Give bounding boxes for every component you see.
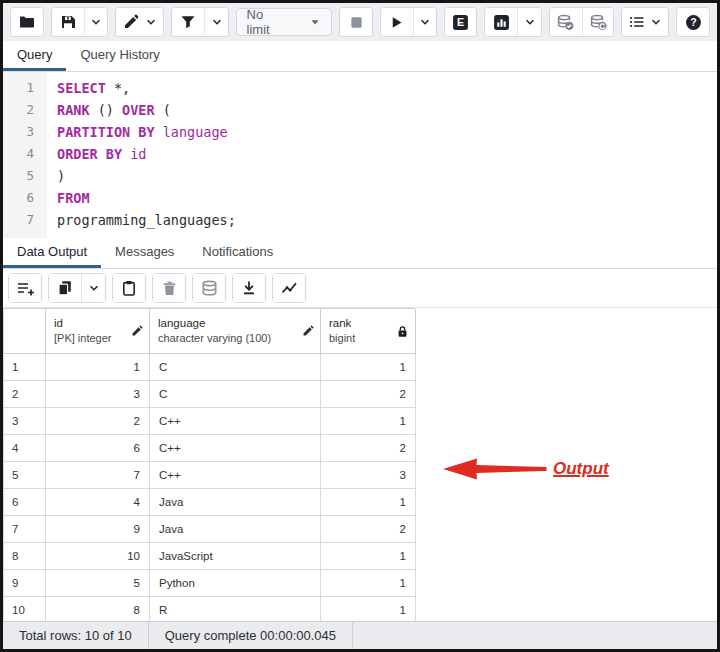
cell-language[interactable]: JavaScript (150, 543, 321, 570)
cell-id[interactable]: 3 (46, 381, 150, 408)
edit-dropdown-button[interactable] (116, 8, 163, 36)
save-data-changes-button[interactable] (193, 274, 225, 302)
row-selector[interactable]: 5 (4, 462, 46, 489)
paste-button[interactable] (113, 274, 145, 302)
cell-id[interactable]: 10 (46, 543, 150, 570)
cell-rank[interactable]: 2 (321, 435, 416, 462)
column-header-language[interactable]: languagecharacter varying (100) (150, 309, 321, 354)
cell-language[interactable]: Python (150, 570, 321, 597)
execute-options-dropdown[interactable] (413, 8, 437, 36)
tab-notifications[interactable]: Notifications (188, 238, 287, 268)
delete-row-button[interactable] (153, 274, 185, 302)
database-icon (201, 280, 218, 297)
code-line: RANK () OVER ( (57, 99, 717, 121)
macros-button[interactable] (622, 8, 668, 36)
filter-icon (180, 14, 196, 30)
cell-id[interactable]: 9 (46, 516, 150, 543)
folder-icon (19, 14, 35, 30)
row-selector[interactable]: 7 (4, 516, 46, 543)
svg-text:E: E (457, 16, 464, 28)
download-icon (241, 280, 257, 296)
cell-id[interactable]: 1 (46, 354, 150, 381)
select-all-header[interactable] (4, 309, 46, 354)
copy-options-dropdown[interactable] (81, 274, 105, 302)
cell-rank[interactable]: 1 (321, 597, 416, 621)
filter-button[interactable] (172, 8, 204, 36)
edit-pencil-icon[interactable] (131, 325, 143, 337)
cell-language[interactable]: R (150, 597, 321, 621)
code-line: SELECT *, (57, 77, 717, 99)
cell-language[interactable]: C (150, 381, 321, 408)
add-row-button[interactable] (9, 274, 41, 302)
play-icon (389, 15, 404, 30)
cell-language[interactable]: Java (150, 489, 321, 516)
tab-messages[interactable]: Messages (101, 238, 188, 268)
pencil-icon (123, 14, 139, 30)
stop-button[interactable] (340, 8, 372, 36)
cell-id[interactable]: 8 (46, 597, 150, 621)
output-annotation-label: Output (553, 459, 609, 479)
open-file-button[interactable] (11, 8, 43, 36)
save-icon (60, 14, 76, 30)
cell-id[interactable]: 5 (46, 570, 150, 597)
row-limit-value: No limit (247, 7, 289, 37)
graph-visualiser-button[interactable] (273, 274, 305, 302)
save-options-dropdown[interactable] (84, 8, 108, 36)
row-selector[interactable]: 1 (4, 354, 46, 381)
tab-query[interactable]: Query (3, 41, 66, 71)
commit-button[interactable] (550, 8, 582, 36)
cell-language[interactable]: C (150, 354, 321, 381)
download-results-button[interactable] (233, 274, 265, 302)
cell-language[interactable]: C++ (150, 408, 321, 435)
copy-icon (57, 280, 73, 296)
edit-pencil-icon[interactable] (302, 325, 314, 337)
column-header-id[interactable]: id[PK] integer (46, 309, 150, 354)
cell-rank[interactable]: 1 (321, 489, 416, 516)
row-selector[interactable]: 6 (4, 489, 46, 516)
cell-id[interactable]: 7 (46, 462, 150, 489)
explain-analyze-button[interactable] (485, 8, 517, 36)
rollback-button[interactable] (582, 8, 614, 36)
cell-rank[interactable]: 3 (321, 462, 416, 489)
sql-editor[interactable]: 12 34 56 7 SELECT *, RANK () OVER ( PART… (3, 72, 717, 238)
explain-button[interactable]: E (445, 8, 477, 36)
cell-rank[interactable]: 1 (321, 543, 416, 570)
column-header-rank[interactable]: rankbigint (321, 309, 416, 354)
row-selector[interactable]: 9 (4, 570, 46, 597)
chevron-down-icon (211, 16, 223, 28)
execute-button[interactable] (381, 8, 413, 36)
paste-icon (121, 280, 137, 296)
status-bar: Total rows: 10 of 10 Query complete 00:0… (3, 621, 717, 649)
cell-rank[interactable]: 1 (321, 408, 416, 435)
row-selector[interactable]: 3 (4, 408, 46, 435)
cell-rank[interactable]: 1 (321, 570, 416, 597)
row-limit-select[interactable]: No limit (236, 8, 332, 36)
sql-code[interactable]: SELECT *, RANK () OVER ( PARTITION BY la… (47, 72, 717, 238)
row-selector[interactable]: 4 (4, 435, 46, 462)
explain-analyze-icon (493, 14, 510, 31)
help-icon: ? (685, 14, 702, 31)
cell-id[interactable]: 2 (46, 408, 150, 435)
cell-rank[interactable]: 2 (321, 381, 416, 408)
cell-rank[interactable]: 2 (321, 516, 416, 543)
code-line: ORDER BY id (57, 143, 717, 165)
row-selector[interactable]: 8 (4, 543, 46, 570)
cell-language[interactable]: C++ (150, 435, 321, 462)
cell-language[interactable]: C++ (150, 462, 321, 489)
tab-query-history[interactable]: Query History (66, 41, 173, 71)
graph-icon (281, 280, 298, 297)
row-selector[interactable]: 2 (4, 381, 46, 408)
tab-data-output[interactable]: Data Output (3, 238, 101, 268)
help-button[interactable]: ? (677, 8, 709, 36)
cell-rank[interactable]: 1 (321, 354, 416, 381)
row-selector[interactable]: 10 (4, 597, 46, 621)
explain-options-dropdown[interactable] (517, 8, 541, 36)
cell-language[interactable]: Java (150, 516, 321, 543)
filter-options-dropdown[interactable] (204, 8, 228, 36)
copy-button[interactable] (49, 274, 81, 302)
code-line: ) (57, 165, 717, 187)
cell-id[interactable]: 4 (46, 489, 150, 516)
chevron-down-icon (88, 282, 100, 294)
save-button[interactable] (52, 8, 84, 36)
cell-id[interactable]: 6 (46, 435, 150, 462)
